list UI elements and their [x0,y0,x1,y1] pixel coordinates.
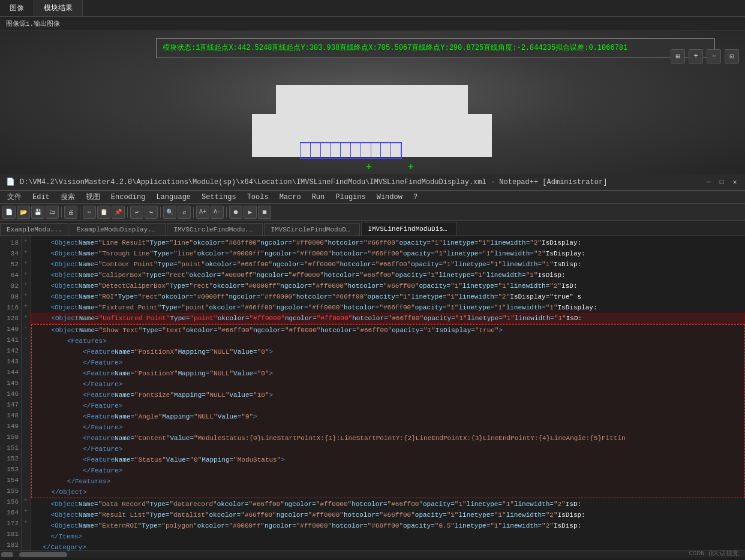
fold-98[interactable]: + [22,290,30,301]
code-line-152[interactable]: <Feature Name="Status" Value="0" Mapping… [32,454,744,465]
fold-142 [22,344,30,355]
close-btn[interactable]: ✕ [731,178,739,186]
code-line-155[interactable]: </Object> [32,487,744,498]
fold-128[interactable]: + [22,312,30,323]
undo-btn[interactable]: ↩ [130,206,143,219]
code-line-128[interactable]: <Object Name="Unfixtured Point" Type="po… [31,313,745,324]
macro-record[interactable]: ⏺ [229,206,242,219]
menu-window[interactable]: Window [372,192,407,203]
menu-edit[interactable]: Edit [28,192,55,203]
copy-btn[interactable]: 📋 [97,206,110,219]
new-btn[interactable]: 📄 [2,206,16,219]
fold-52[interactable]: + [22,258,30,269]
code-line-144[interactable]: <Feature Name="PositionY" Mapping="NULL"… [32,368,744,379]
plus-marker-left: + [366,162,372,173]
fold-18[interactable]: + [22,236,30,247]
code-line-143[interactable]: </Feature> [32,357,744,368]
tab-imvs-line-find-display[interactable]: IMVSLineFindModuDisplay.xml ✕ [361,222,457,236]
zoom-out-code[interactable]: A- [211,206,224,219]
code-line-149[interactable]: </Feature> [32,422,744,433]
grid-cell-4 [331,143,341,158]
code-line-164[interactable]: <Object Name="Result List" Type="datalis… [31,510,745,520]
redo-btn[interactable]: ↪ [145,206,158,219]
code-line-146[interactable]: <Feature Name="FontSize" Mapping="NULL" … [32,390,744,401]
code-line-172[interactable]: <Object Name="ExternROI" Type="polygon" … [31,520,745,531]
save-all-btn[interactable]: 🗂 [46,206,59,219]
macro-stop[interactable]: ⏹ [258,206,271,219]
grid-cell-8 [371,143,381,158]
menu-plugins[interactable]: Plugins [331,192,370,203]
code-line-98[interactable]: <Object Name="ROI" Type="rect" okcolor="… [31,291,745,302]
tab-example-modu[interactable]: ExampleModu... [0,223,68,236]
code-line-156[interactable]: <Object Name="Data Record" Type="datarec… [31,499,745,510]
tab-image[interactable]: 图像 [0,0,34,16]
code-line-181[interactable]: </Items> [31,531,745,542]
print-btn[interactable]: 🖨 [64,206,77,219]
macro-play[interactable]: ▶ [244,206,257,219]
paste-btn[interactable]: 📌 [112,206,125,219]
sep1 [61,207,62,218]
code-line-141[interactable]: <Features> [32,336,744,347]
code-content: <Object Name="Line Result" Type="line" o… [31,236,745,550]
menu-tools[interactable]: Tools [242,192,274,203]
h-scrollbar[interactable] [0,550,745,558]
code-line-151[interactable]: </Feature> [32,444,744,454]
code-line-153[interactable]: </Feature> [32,465,744,476]
grid-cell-10 [391,143,401,158]
minimize-btn[interactable]: ─ [704,178,713,186]
fold-82[interactable]: + [22,279,30,290]
fold-64[interactable]: + [22,269,30,279]
menu-view[interactable]: 视图 [81,191,105,203]
code-line-140[interactable]: <Object Name="Show Text" Type="text" okc… [32,325,744,336]
code-line-142[interactable]: <Feature Name="PositionX" Mapping="NULL"… [32,347,744,357]
tab-imvs-circle-find-display[interactable]: IMVSCircleFindModuDisplay... [264,223,360,236]
image-source-label: 图像源1.输出图像 [6,19,60,28]
scroll-left-btn[interactable] [1,552,13,557]
fold-34[interactable]: + [22,247,30,258]
code-line-52[interactable]: <Object Name="Contour Point" Type="point… [31,259,745,270]
menu-encoding[interactable]: Encoding [106,192,151,203]
tab-imvs-circle-find[interactable]: IMVSCircleFindModu... [167,223,263,236]
fold-141[interactable]: - [22,333,30,344]
tab-module-result[interactable]: 模块结果 [34,0,83,16]
code-line-116[interactable]: <Object Name="Fixtured Point" Type="poin… [31,302,745,313]
titlebar-controls: ─ □ ✕ [704,178,739,186]
zoom-out-btn[interactable]: − [707,49,721,64]
sep4 [160,207,161,218]
fold-116[interactable]: + [22,301,30,312]
open-btn[interactable]: 📂 [17,206,30,219]
fold-172[interactable]: + [22,517,30,528]
grid-cell-2 [311,143,321,158]
code-line-145[interactable]: </Feature> [32,379,744,390]
menu-macro[interactable]: Macro [275,192,306,203]
replace-btn[interactable]: ⇄ [178,206,191,219]
menu-settings[interactable]: Settings [197,192,241,203]
cut-btn[interactable]: ✂ [83,206,96,219]
menu-file[interactable]: 文件 [2,191,26,203]
grid-btn[interactable]: ⊞ [671,49,685,64]
code-line-148[interactable]: <Feature Name="Angle" Mapping="NULL" Val… [32,411,744,422]
maximize-btn[interactable]: □ [717,178,726,186]
code-line-34[interactable]: <Object Name="Through Line" Type="line" … [31,248,745,259]
fold-156[interactable]: + [22,495,30,506]
zoom-in-code[interactable]: A+ [196,206,209,219]
menu-help[interactable]: ? [408,192,422,203]
fold-164[interactable]: + [22,506,30,517]
fit-btn[interactable]: ⊡ [725,49,739,64]
find-btn[interactable]: 🔍 [163,206,176,219]
fold-140[interactable]: - [22,323,30,333]
code-line-150[interactable]: <Feature Name="Content" Value="ModuleSta… [32,433,744,444]
save-btn[interactable]: 💾 [31,206,44,219]
menu-run[interactable]: Run [307,192,330,203]
code-line-64[interactable]: <Object Name="CaliperBox" Type="rect" ok… [31,270,745,281]
menu-language[interactable]: Language [151,192,196,203]
code-line-182[interactable]: </Category> [31,542,745,550]
code-line-82[interactable]: <Object Name="DetectCaliperBox" Type="re… [31,281,745,291]
code-line-154[interactable]: </Features> [32,476,744,487]
code-line-147[interactable]: </Feature> [32,401,744,411]
zoom-in-btn[interactable]: + [689,49,703,64]
code-line-18[interactable]: <Object Name="Line Result" Type="line" o… [31,237,745,248]
menu-search[interactable]: 搜索 [56,191,80,203]
tab-example-modu-display[interactable]: ExampleModuDisplay... [70,223,166,236]
h-scrollbar-thumb[interactable] [19,552,67,557]
